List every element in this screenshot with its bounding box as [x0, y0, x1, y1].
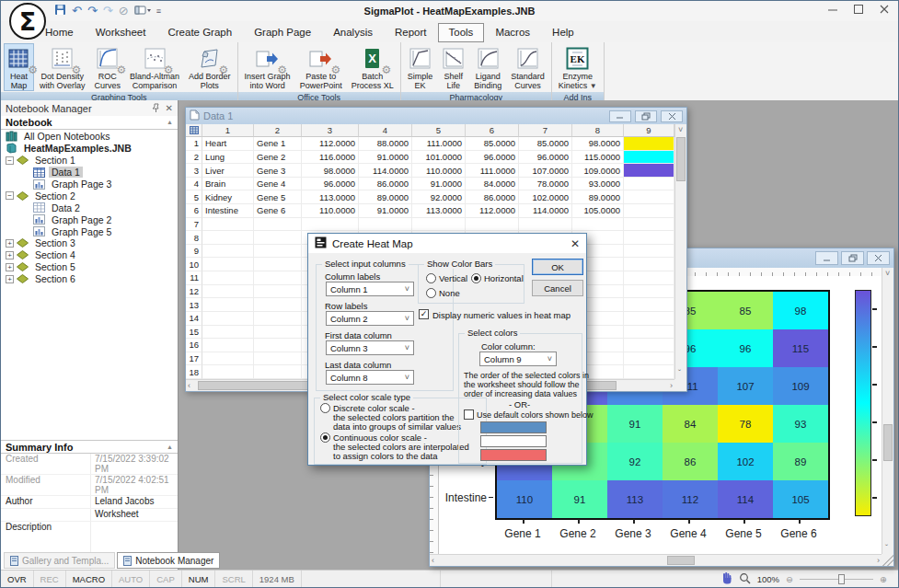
- row-header-13[interactable]: 13: [186, 298, 202, 312]
- column-header-8[interactable]: 8: [572, 124, 624, 137]
- sigmaplot-logo-icon[interactable]: Σ: [9, 3, 46, 40]
- cell[interactable]: [254, 312, 302, 326]
- cell[interactable]: 98.0000: [572, 137, 624, 151]
- column-header-6[interactable]: 6: [466, 124, 519, 137]
- close-button[interactable]: [878, 3, 891, 16]
- tree-item-section-6[interactable]: +Section 6: [1, 273, 178, 285]
- color-cell-#f8ee00[interactable]: [624, 137, 674, 151]
- cell[interactable]: 114.0000: [359, 164, 412, 178]
- row-header-4[interactable]: 4: [186, 178, 202, 191]
- cell[interactable]: [624, 312, 674, 326]
- menu-tab-graph-page[interactable]: Graph Page: [243, 23, 322, 42]
- add-border-plots-button[interactable]: ⚙Add BorderPlots: [185, 43, 235, 91]
- row-header-2[interactable]: 2: [186, 151, 202, 165]
- graph-restore-button[interactable]: [841, 251, 864, 265]
- row-header-17[interactable]: 17: [186, 352, 202, 366]
- panel-tab-gallery-and-templa---[interactable]: Gallery and Templa...: [4, 552, 115, 569]
- cell[interactable]: 101.0000: [412, 151, 466, 165]
- cell[interactable]: [624, 271, 674, 285]
- minimize-button[interactable]: [826, 3, 839, 16]
- row-header-7[interactable]: 7: [186, 218, 202, 232]
- cell[interactable]: [254, 258, 302, 271]
- cell[interactable]: [254, 245, 302, 259]
- cell[interactable]: 86.0000: [466, 190, 519, 204]
- insert-graph-word-button[interactable]: ⚙Insert Graphinto Word: [241, 43, 294, 91]
- save-icon[interactable]: [54, 4, 66, 18]
- pin-icon[interactable]: [151, 103, 160, 114]
- cell[interactable]: [519, 218, 572, 232]
- tree-item-section-3[interactable]: +Section 3: [1, 237, 178, 249]
- color-cell[interactable]: [624, 204, 674, 218]
- expander-icon[interactable]: +: [6, 251, 14, 259]
- horizontal-radio[interactable]: [471, 273, 481, 283]
- cell[interactable]: 93.0000: [572, 178, 624, 191]
- continuous-scale-radio[interactable]: [320, 432, 330, 443]
- row-header-11[interactable]: 11: [186, 271, 202, 285]
- cell[interactable]: [624, 285, 674, 299]
- zoom-slider-handle[interactable]: [838, 574, 845, 584]
- discrete-scale-radio[interactable]: [320, 403, 330, 413]
- cell[interactable]: [412, 218, 466, 232]
- cell[interactable]: [624, 258, 674, 271]
- cell[interactable]: [254, 231, 302, 245]
- tree-item-all-open-notebooks[interactable]: All Open Notebooks: [1, 131, 178, 143]
- cell[interactable]: 102.0000: [519, 190, 572, 204]
- cell[interactable]: [624, 365, 674, 379]
- cell[interactable]: [254, 326, 302, 340]
- expander-icon[interactable]: −: [6, 156, 14, 165]
- cell[interactable]: 85.0000: [519, 137, 572, 151]
- cell[interactable]: 89.0000: [572, 190, 624, 204]
- dialog-close-icon[interactable]: ✕: [571, 237, 580, 250]
- paste-powerpoint-button[interactable]: ⚙Paste toPowerPoint: [296, 43, 346, 91]
- zoom-tool-icon[interactable]: [739, 572, 751, 586]
- cell[interactable]: 84.0000: [466, 178, 519, 191]
- cell[interactable]: Heart: [202, 137, 254, 151]
- graph-vertical-scrollbar[interactable]: ˅ ˇ: [882, 268, 893, 554]
- cell[interactable]: [624, 245, 674, 259]
- cell[interactable]: [202, 285, 254, 299]
- cell[interactable]: 96.0000: [519, 151, 572, 165]
- cell[interactable]: [254, 285, 302, 299]
- cell[interactable]: [202, 231, 254, 245]
- cell[interactable]: [202, 218, 254, 232]
- cell[interactable]: [202, 326, 254, 340]
- tree-item-section-4[interactable]: +Section 4: [1, 249, 178, 261]
- cell[interactable]: 113.0000: [412, 204, 466, 218]
- use-default-colors-checkbox[interactable]: [464, 409, 474, 420]
- notebook-column-header[interactable]: Notebook▲: [1, 116, 178, 130]
- cell[interactable]: 91.0000: [359, 204, 412, 218]
- cell[interactable]: [466, 218, 519, 232]
- row-labels-select[interactable]: Column 2˅: [326, 311, 414, 326]
- graph-horizontal-scrollbar[interactable]: ‹ ›: [430, 554, 882, 566]
- row-header-10[interactable]: 10: [186, 258, 202, 271]
- cell[interactable]: 114.0000: [519, 204, 572, 218]
- row-header-14[interactable]: 14: [186, 312, 202, 326]
- summary-info-header[interactable]: Summary Info▲: [1, 440, 178, 454]
- ok-button[interactable]: OK: [532, 259, 583, 275]
- row-header-3[interactable]: 3: [186, 164, 202, 178]
- batch-process-xl-button[interactable]: X⚙BatchProcess XL: [348, 43, 398, 91]
- column-header-9[interactable]: 9: [624, 124, 674, 137]
- row-header-5[interactable]: 5: [186, 190, 202, 204]
- column-header-1[interactable]: 1: [202, 124, 254, 137]
- row-header-12[interactable]: 12: [186, 285, 202, 299]
- cell[interactable]: 96.0000: [302, 178, 359, 191]
- tree-item-graph-page-5[interactable]: Graph Page 5: [1, 225, 178, 237]
- column-labels-select[interactable]: Column 1˅: [326, 282, 414, 296]
- cell[interactable]: 113.0000: [302, 190, 359, 204]
- cell[interactable]: 112.0000: [302, 137, 359, 151]
- worksheet-vertical-scrollbar[interactable]: ˅ ˇ: [674, 124, 686, 379]
- cell[interactable]: 92.0000: [412, 190, 466, 204]
- cell[interactable]: Liver: [202, 164, 254, 178]
- menu-tab-help[interactable]: Help: [541, 23, 585, 42]
- shelf-life-button[interactable]: ShelfLife: [438, 43, 468, 91]
- tree-item-section-2[interactable]: −Section 2: [1, 190, 178, 202]
- zoom-slider[interactable]: [800, 579, 873, 580]
- cell[interactable]: 109.0000: [572, 164, 624, 178]
- expander-icon[interactable]: +: [6, 263, 14, 271]
- worksheet-titlebar[interactable]: Data 1: [186, 108, 686, 124]
- row-header-15[interactable]: 15: [186, 326, 202, 340]
- cell[interactable]: [202, 258, 254, 271]
- cell[interactable]: Gene 3: [254, 164, 302, 178]
- window-switch-icon[interactable]: [134, 5, 151, 18]
